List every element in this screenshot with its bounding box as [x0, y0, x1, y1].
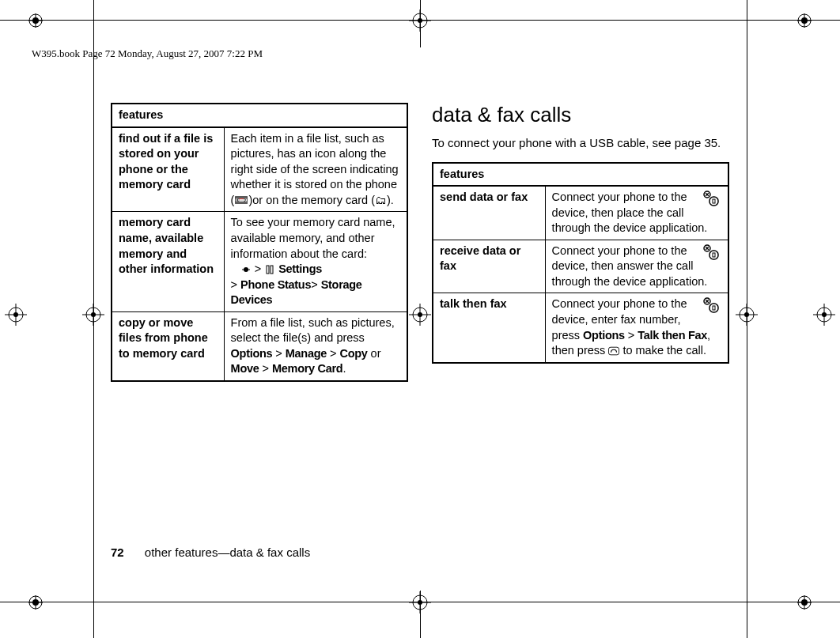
- menu-path: Copy: [340, 347, 368, 360]
- svg-rect-46: [267, 266, 269, 274]
- svg-rect-52: [709, 251, 718, 259]
- feature-desc: To see your memory card name, available …: [224, 212, 407, 311]
- svg-rect-55: [709, 304, 718, 312]
- menu-path: Move: [231, 362, 259, 375]
- crop-crosshair-icon: [5, 304, 27, 326]
- crop-crosshair-icon: [813, 304, 835, 326]
- crop-target-icon: [797, 595, 812, 610]
- feature-label: copy or move files from phone to memory …: [112, 311, 224, 381]
- text: Connect your phone to the device, then a…: [552, 244, 708, 288]
- feature-label: talk then fax: [433, 293, 545, 363]
- crop-crosshair-icon: [736, 304, 758, 326]
- page-number: 72: [111, 546, 124, 559]
- svg-rect-47: [271, 266, 273, 274]
- table-header: features: [433, 163, 728, 187]
- menu-key-icon: [240, 264, 252, 275]
- svg-rect-56: [713, 306, 715, 310]
- feature-label: memory card name, available memory and o…: [112, 212, 224, 311]
- menu-path: Options: [231, 347, 273, 360]
- features-table-left: features find out if a file is stored on…: [111, 103, 408, 382]
- crop-target-icon: [28, 595, 43, 610]
- feature-label: receive data or fax: [433, 240, 545, 293]
- menu-path: Options: [583, 329, 625, 342]
- feature-desc: Each item in a file list, such as pictur…: [224, 127, 407, 212]
- feature-desc: From a file list, such as pictures, sele…: [224, 311, 407, 381]
- crop-crosshair-icon: [82, 304, 104, 326]
- intro-text: To connect your phone with a USB cable, …: [432, 135, 729, 151]
- footer-section: other features—data & fax calls: [145, 546, 310, 559]
- optional-feature-icon: [701, 296, 721, 319]
- settings-icon: [264, 264, 275, 275]
- send-key-icon: [608, 345, 619, 357]
- text: to make the call.: [619, 344, 706, 357]
- page-footer: 72 other features—data & fax calls: [111, 546, 310, 559]
- crop-target-icon: [797, 13, 812, 28]
- left-column: features find out if a file is stored on…: [111, 103, 408, 382]
- menu-path: Phone Status: [240, 278, 311, 291]
- feature-label: find out if a file is stored on your pho…: [112, 127, 224, 212]
- optional-feature-icon: [701, 190, 721, 212]
- feature-label: send data or fax: [433, 186, 545, 240]
- feature-desc: Connect your phone to the device, then a…: [545, 240, 728, 293]
- crop-crosshair-icon: [409, 9, 431, 32]
- doc-header: W395.book Page 72 Monday, August 27, 200…: [32, 47, 263, 60]
- svg-rect-53: [713, 253, 715, 257]
- crop-crosshair-icon: [409, 591, 431, 613]
- menu-path: Memory Card: [272, 362, 342, 375]
- section-heading: data & fax calls: [432, 103, 729, 127]
- text: Connect your phone to the device, then p…: [552, 191, 708, 234]
- optional-feature-icon: [701, 243, 721, 266]
- crop-target-icon: [28, 13, 43, 28]
- menu-path: Manage: [286, 347, 327, 360]
- svg-rect-49: [709, 197, 718, 206]
- features-table-right: features send data or fax Connect your p…: [432, 162, 729, 364]
- svg-rect-57: [609, 347, 619, 355]
- right-column: data & fax calls To connect your phone w…: [432, 103, 729, 382]
- svg-rect-50: [713, 199, 715, 203]
- table-header: features: [112, 104, 407, 127]
- text: or: [368, 347, 381, 360]
- menu-path: Talk then Fax: [638, 329, 707, 342]
- text: From a file list, such as pictures, sele…: [231, 316, 395, 345]
- feature-desc: Connect your phone to the device, enter …: [545, 293, 728, 363]
- menu-path: Settings: [278, 262, 322, 275]
- text: To see your memory card name, available …: [231, 216, 395, 259]
- feature-desc: Connect your phone to the device, then p…: [545, 186, 728, 240]
